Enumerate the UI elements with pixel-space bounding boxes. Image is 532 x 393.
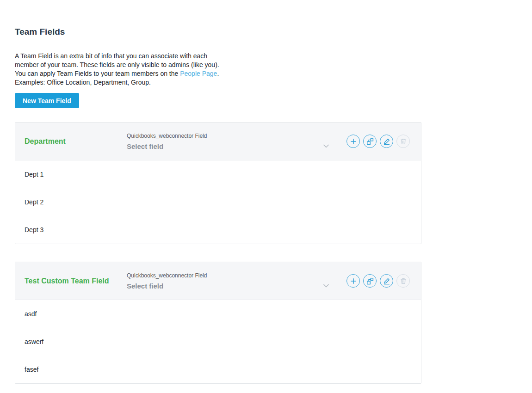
field-mapping-select[interactable]: Quickbooks_webconnector Field Select fie… [127, 133, 334, 150]
field-option-row: Dept 2 [15, 188, 421, 216]
team-fields-page: Team Fields A Team Field is an extra bit… [0, 0, 421, 384]
field-option-row: aswerf [15, 328, 421, 356]
delete-field-button[interactable] [396, 274, 410, 288]
pencil-icon [383, 138, 390, 145]
chevron-down-icon [322, 282, 330, 289]
field-mapping-value: Select field [127, 282, 334, 290]
trash-icon [400, 138, 407, 145]
plus-icon [350, 138, 357, 145]
merge-fields-button[interactable] [363, 135, 377, 148]
pencil-icon [383, 277, 390, 285]
field-options-list: Dept 1 Dept 2 Dept 3 [15, 160, 421, 244]
field-mapping-value: Select field [127, 142, 334, 150]
merge-fields-icon [366, 138, 374, 145]
add-option-button[interactable] [346, 135, 360, 148]
card-actions [346, 135, 410, 148]
trash-icon [400, 277, 407, 285]
edit-field-button[interactable] [380, 135, 393, 148]
merge-fields-icon [366, 277, 374, 285]
edit-field-button[interactable] [380, 274, 393, 288]
new-team-field-button[interactable]: New Team Field [15, 93, 79, 108]
plus-icon [350, 277, 357, 285]
card-header: Department Quickbooks_webconnector Field… [15, 123, 421, 160]
card-header: Test Custom Team Field Quickbooks_webcon… [15, 262, 421, 300]
field-option-row: fasef [15, 356, 421, 383]
field-option-row: asdf [15, 300, 421, 328]
team-field-name: Test Custom Team Field [25, 277, 127, 285]
merge-fields-button[interactable] [363, 274, 377, 288]
page-description: A Team Field is an extra bit of info tha… [15, 52, 225, 87]
field-mapping-label: Quickbooks_webconnector Field [127, 272, 334, 279]
add-option-button[interactable] [346, 274, 360, 288]
field-mapping-label: Quickbooks_webconnector Field [127, 133, 334, 139]
delete-field-button[interactable] [396, 135, 410, 148]
field-mapping-select[interactable]: Quickbooks_webconnector Field Select fie… [127, 272, 334, 290]
description-period: . [217, 70, 219, 77]
page-title: Team Fields [15, 27, 421, 37]
team-field-card-test-custom: Test Custom Team Field Quickbooks_webcon… [15, 262, 421, 384]
card-actions [346, 274, 410, 288]
description-examples: Examples: Office Location, Department, G… [15, 79, 151, 86]
field-options-list: asdf aswerf fasef [15, 300, 421, 383]
field-option-row: Dept 1 [15, 160, 421, 188]
chevron-down-icon [322, 142, 330, 150]
people-page-link[interactable]: People Page [180, 70, 217, 77]
field-option-row: Dept 3 [15, 216, 421, 244]
team-field-card-department: Department Quickbooks_webconnector Field… [15, 122, 421, 244]
team-field-name: Department [25, 137, 127, 146]
